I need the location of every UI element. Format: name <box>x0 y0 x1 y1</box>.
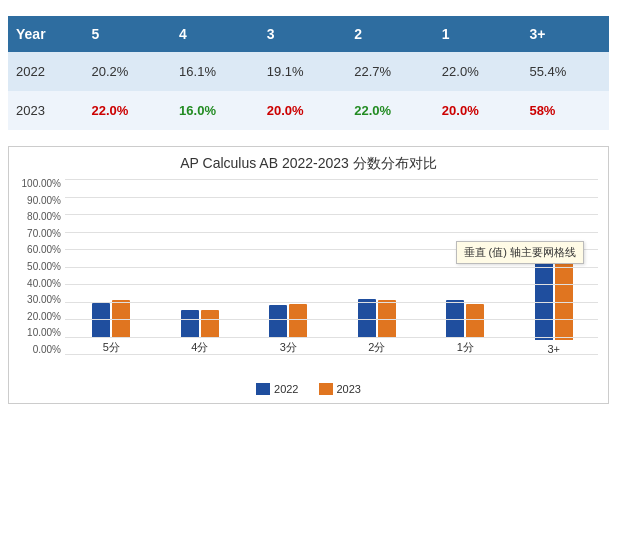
cell-value: 16.1% <box>171 52 259 91</box>
chart-area: 100.00%90.00%80.00%70.00%60.00%50.00%40.… <box>19 179 598 379</box>
chart-section: AP Calculus AB 2022-2023 分数分布对比 100.00%9… <box>8 146 609 404</box>
cell-value: 22.0% <box>434 52 522 91</box>
grid-line <box>65 179 598 180</box>
grid-line <box>65 319 598 320</box>
table-section: Year543213+ 202220.2%16.1%19.1%22.7%22.0… <box>0 16 617 138</box>
y-axis-label: 20.00% <box>27 312 61 322</box>
scores-table: Year543213+ 202220.2%16.1%19.1%22.7%22.0… <box>8 16 609 130</box>
y-axis-label: 30.00% <box>27 295 61 305</box>
y-axis-label: 100.00% <box>22 179 61 189</box>
cell-value: 55.4% <box>521 52 609 91</box>
col-header-3: 3 <box>259 16 347 52</box>
col-header-1: 1 <box>434 16 522 52</box>
cell-value: 22.7% <box>346 52 434 91</box>
col-header-5: 5 <box>84 16 172 52</box>
cell-value: 22.0% <box>346 91 434 130</box>
y-axis-label: 90.00% <box>27 196 61 206</box>
legend-label: 2023 <box>337 383 361 395</box>
cell-value: 22.0% <box>84 91 172 130</box>
cell-value: 19.1% <box>259 52 347 91</box>
tooltip-box: 垂直 (值) 轴主要网格线 <box>456 241 584 264</box>
legend-label: 2022 <box>274 383 298 395</box>
y-axis-label: 40.00% <box>27 279 61 289</box>
grid-line <box>65 197 598 198</box>
cell-value: 20.0% <box>259 91 347 130</box>
grid-line <box>65 284 598 285</box>
y-axis-label: 50.00% <box>27 262 61 272</box>
cell-year: 2022 <box>8 52 84 91</box>
grid-line <box>65 302 598 303</box>
chart-legend: 20222023 <box>19 383 598 395</box>
col-header-Year: Year <box>8 16 84 52</box>
grid-lines <box>65 179 598 355</box>
table-header-row: Year543213+ <box>8 16 609 52</box>
legend-color-box <box>256 383 270 395</box>
col-header-4: 4 <box>171 16 259 52</box>
page-title <box>0 0 617 16</box>
cell-value: 16.0% <box>171 91 259 130</box>
legend-item: 2022 <box>256 383 298 395</box>
y-axis-label: 80.00% <box>27 212 61 222</box>
grid-line <box>65 232 598 233</box>
y-axis: 100.00%90.00%80.00%70.00%60.00%50.00%40.… <box>19 179 65 355</box>
chart-title-text: AP Calculus AB 2022-2023 分数分布对比 <box>180 155 437 171</box>
cell-value: 20.0% <box>434 91 522 130</box>
y-axis-label: 60.00% <box>27 245 61 255</box>
legend-color-box <box>319 383 333 395</box>
col-header-2: 2 <box>346 16 434 52</box>
col-header-3+: 3+ <box>521 16 609 52</box>
cell-value: 20.2% <box>84 52 172 91</box>
grid-line <box>65 214 598 215</box>
grid-line <box>65 354 598 355</box>
cell-year: 2023 <box>8 91 84 130</box>
grid-line <box>65 337 598 338</box>
legend-item: 2023 <box>319 383 361 395</box>
y-axis-label: 70.00% <box>27 229 61 239</box>
cell-value: 58% <box>521 91 609 130</box>
table-row: 202220.2%16.1%19.1%22.7%22.0%55.4% <box>8 52 609 91</box>
grid-line <box>65 267 598 268</box>
y-axis-label: 0.00% <box>33 345 61 355</box>
y-axis-label: 10.00% <box>27 328 61 338</box>
table-row: 202322.0%16.0%20.0%22.0%20.0%58% <box>8 91 609 130</box>
